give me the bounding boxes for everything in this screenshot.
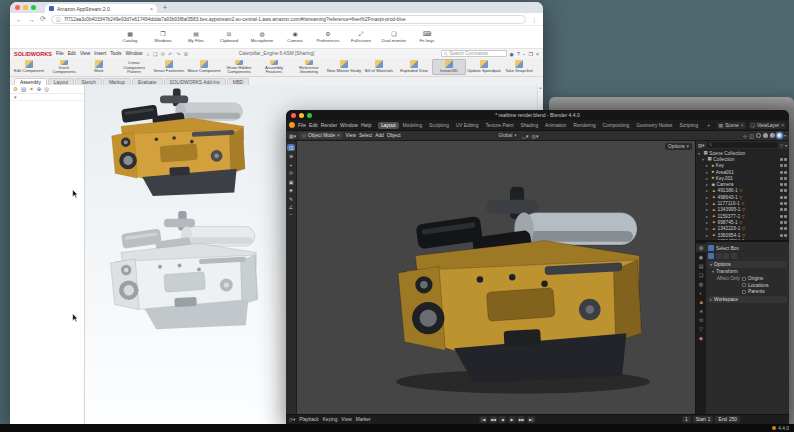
browser-menu-icon[interactable]: ⋮ [531, 16, 537, 23]
outliner-object-row[interactable]: ▸ ▲ 130647GA-1 ▽ [696, 238, 789, 240]
appstream-toolbar-item[interactable]: ❐ Windows [151, 31, 175, 43]
window-close-icon[interactable] [15, 5, 20, 10]
3d-viewport[interactable]: Options▾ [297, 141, 695, 414]
feature-manager-tab-icon[interactable]: ▤ [21, 86, 26, 92]
restore-button[interactable]: ❐ [529, 51, 533, 57]
mode-selector[interactable]: ◇Object Mode▾ [299, 132, 342, 139]
appstream-toolbar-item[interactable]: ⤢ Fullscreen [349, 31, 373, 43]
tree-filter-row[interactable]: ▼ [10, 94, 84, 101]
checkbox-row[interactable]: Locations [742, 283, 769, 288]
properties-tab-icon[interactable]: ◐ [696, 289, 706, 297]
add-workspace-button[interactable]: + [704, 122, 713, 129]
outliner-search-input[interactable] [707, 142, 778, 148]
command-button[interactable]: Linear Component Pattern [117, 59, 151, 75]
command-tab[interactable]: SOLIDWORKS Add-Ins [164, 78, 226, 85]
forward-icon[interactable]: → [28, 16, 35, 23]
hide-viewport-toggle[interactable] [780, 164, 783, 167]
hide-viewport-toggle[interactable] [780, 189, 783, 192]
workspace-section-header[interactable]: ▸ Workspace [708, 296, 787, 303]
menu-help[interactable]: Help [361, 122, 371, 128]
properties-tab-icon[interactable]: ▤ [696, 262, 706, 270]
new-tab-button[interactable]: + [163, 4, 167, 11]
options-section-header[interactable]: ▾ Options [708, 261, 787, 268]
hide-viewport-toggle[interactable] [780, 177, 783, 180]
properties-tab-icon[interactable]: ■ [696, 298, 706, 306]
hide-viewport-toggle[interactable] [780, 215, 783, 218]
workspace-tab[interactable]: Geometry Nodes [633, 122, 675, 129]
command-button[interactable]: Show Hidden Components [222, 59, 256, 75]
appstream-toolbar-item[interactable]: ▦ Catalog [118, 31, 142, 43]
close-button[interactable]: × [536, 51, 539, 57]
playback-button[interactable]: ▶| [527, 416, 535, 423]
properties-tab-icon[interactable]: ∗ [696, 307, 706, 315]
workspace-tab[interactable]: Texture Paint [482, 122, 516, 129]
tool-mode-icons[interactable] [708, 253, 787, 259]
scene-selector[interactable]: ▦Scene× [717, 122, 746, 129]
expand-icon[interactable]: ▸ [706, 170, 710, 175]
tool-icon[interactable]: ⌒ [287, 212, 295, 219]
tool-icon[interactable]: ⊡ [287, 144, 295, 151]
show-overlays-icon[interactable]: ◫ [749, 133, 754, 139]
expand-icon[interactable]: ▸ [706, 195, 710, 200]
command-button[interactable]: Exploded View [397, 59, 431, 75]
command-button[interactable]: Assembly Features [257, 59, 291, 75]
workspace-tab[interactable]: Animation [542, 122, 569, 129]
hide-render-toggle[interactable] [784, 196, 787, 199]
search-commands-input[interactable]: Search Commands [441, 50, 507, 57]
hide-render-toggle[interactable] [784, 189, 787, 192]
tab-close-icon[interactable]: × [150, 6, 153, 12]
outliner-editor-icon[interactable]: ▤▾ [698, 143, 705, 148]
properties-tab-icon[interactable]: ◉ [696, 253, 706, 261]
appstream-toolbar-item[interactable]: ❏ Dual monitor [382, 31, 406, 43]
hide-render-toggle[interactable] [784, 177, 787, 180]
hide-viewport-toggle[interactable] [780, 158, 783, 161]
command-button[interactable]: Smart Fasteners [152, 59, 186, 75]
hide-render-toggle[interactable] [784, 208, 787, 211]
playback-menu[interactable]: Playback [299, 417, 318, 422]
menu-select[interactable]: Select [359, 133, 372, 138]
hide-render-toggle[interactable] [784, 215, 787, 218]
expand-icon[interactable]: ▸ [706, 176, 710, 181]
expand-icon[interactable]: ▸ [706, 220, 710, 225]
feature-manager-tab-icon[interactable]: ⊕ [37, 86, 42, 92]
workspace-tab[interactable]: UV Editing [453, 122, 482, 129]
hide-render-toggle[interactable] [784, 164, 787, 167]
playback-button[interactable]: ▶▶ [518, 416, 526, 423]
properties-tab-icon[interactable]: ◆ [696, 334, 706, 342]
hide-render-toggle[interactable] [784, 227, 787, 230]
command-button[interactable]: Mate [82, 59, 116, 75]
expand-icon[interactable]: ▸ [706, 163, 710, 168]
hide-viewport-toggle[interactable] [780, 171, 783, 174]
hide-render-toggle[interactable] [784, 183, 787, 186]
viewport-options-button[interactable]: Options▾ [665, 143, 692, 150]
feature-manager-tab-icon[interactable]: ⚙ [13, 86, 18, 92]
site-info-icon[interactable]: ⓘ [56, 16, 61, 22]
menu-object[interactable]: Object [387, 133, 401, 138]
hide-viewport-toggle[interactable] [780, 196, 783, 199]
command-button[interactable]: Insert Components [47, 59, 81, 75]
workspace-tab[interactable]: Shading [517, 122, 541, 129]
workspace-tab[interactable]: Rendering [570, 122, 598, 129]
hide-render-toggle[interactable] [784, 171, 787, 174]
timeline-editor-icon[interactable]: ◷▾ [289, 417, 295, 422]
snapping-magnet-icon[interactable]: ◡▾ [522, 133, 529, 139]
keying-menu[interactable]: Keying [323, 417, 338, 422]
command-button[interactable]: Instant3D [432, 59, 466, 75]
playback-button[interactable]: |◀ [480, 416, 488, 423]
workspace-tab[interactable]: Layout [378, 122, 398, 129]
engine-model-shaded[interactable] [87, 85, 273, 203]
hide-viewport-toggle[interactable] [780, 234, 783, 237]
expand-icon[interactable]: ▸ [706, 207, 710, 212]
frame-start-field[interactable]: Start 1 [693, 416, 714, 423]
filter-icon[interactable]: ▽ [780, 143, 783, 148]
command-button[interactable]: Update Speedpak [467, 59, 501, 75]
playback-button[interactable]: ◀◀ [489, 416, 497, 423]
show-gizmo-icon[interactable]: ⊹ [743, 133, 747, 139]
outliner-menu-icon[interactable]: ▾ [785, 143, 787, 148]
hide-viewport-toggle[interactable] [780, 183, 783, 186]
checkbox[interactable] [742, 277, 746, 281]
expand-icon[interactable]: ▸ [706, 182, 710, 187]
hide-viewport-toggle[interactable] [780, 221, 783, 224]
current-frame-field[interactable]: 1 [682, 416, 691, 423]
appstream-toolbar-item[interactable]: ◍ Microphone [250, 31, 274, 43]
